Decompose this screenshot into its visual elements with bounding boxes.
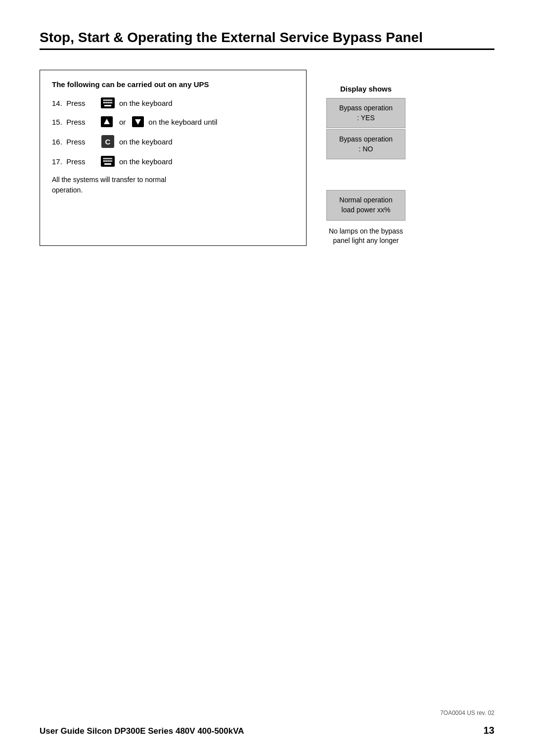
svg-rect-26 <box>111 160 112 162</box>
svg-rect-20 <box>109 158 111 159</box>
arrow-down-icon-15 <box>132 116 144 127</box>
normal-operation-badge: Normal operation load power xx% <box>326 190 405 220</box>
svg-rect-3 <box>107 99 109 101</box>
instructions-box: The following can be carried out on any … <box>40 70 307 246</box>
svg-rect-19 <box>107 158 109 159</box>
step-15-suffix: on the keyboard until <box>148 118 217 126</box>
svg-rect-5 <box>111 99 112 101</box>
normal-text: All the systems will transfer to normal … <box>52 175 294 195</box>
svg-rect-18 <box>105 158 107 159</box>
no-lamps-note: No lamps on the bypass panel light any l… <box>326 227 405 246</box>
step-14-row: 14. Press <box>52 97 294 108</box>
step-16-row: 16. Press C on the keyboard <box>52 135 294 148</box>
svg-rect-27 <box>104 163 111 165</box>
svg-rect-25 <box>109 160 111 162</box>
step-17-num: 17. Press <box>52 157 96 166</box>
step-15-or: or <box>119 118 126 126</box>
step-15-row: 15. Press or o <box>52 116 294 127</box>
footer-title: User Guide Silcon DP300E Series 480V 400… <box>40 726 244 736</box>
svg-rect-11 <box>104 105 111 106</box>
step-16-suffix: on the keyboard <box>119 138 173 146</box>
step-17-suffix: on the keyboard <box>119 157 173 166</box>
arrow-up-icon-15 <box>101 116 113 127</box>
footer: User Guide Silcon DP300E Series 480V 400… <box>0 725 534 736</box>
svg-rect-9 <box>109 102 111 103</box>
keyboard-icon-17 <box>101 156 115 167</box>
doc-ref: 7OA0004 US rev. 02 <box>440 709 494 716</box>
svg-rect-4 <box>109 99 111 101</box>
svg-rect-10 <box>111 102 112 103</box>
svg-rect-17 <box>103 158 105 159</box>
c-icon-16: C <box>101 135 114 148</box>
display-column: Display shows Bypass operation : YES Byp… <box>326 70 405 246</box>
footer-page: 13 <box>484 725 494 736</box>
svg-rect-6 <box>103 102 105 103</box>
svg-rect-8 <box>107 102 109 103</box>
svg-rect-1 <box>103 99 105 101</box>
svg-rect-22 <box>103 160 105 162</box>
svg-rect-21 <box>111 158 112 159</box>
step-14-num: 14. Press <box>52 99 96 107</box>
page-title: Stop, Start & Operating the External Ser… <box>40 30 494 50</box>
svg-rect-2 <box>105 99 107 101</box>
step-15-num: 15. Press <box>52 118 96 126</box>
bypass-no-badge: Bypass operation : NO <box>326 129 405 159</box>
page-container: Stop, Start & Operating the External Ser… <box>0 0 534 756</box>
svg-rect-7 <box>105 102 107 103</box>
step-17-row: 17. Press <box>52 156 294 167</box>
bypass-yes-badge: Bypass operation : YES <box>326 98 405 128</box>
content-section: The following can be carried out on any … <box>40 70 494 246</box>
keyboard-icon-14 <box>101 97 115 108</box>
svg-rect-23 <box>105 160 107 162</box>
instructions-header: The following can be carried out on any … <box>52 80 294 89</box>
svg-rect-24 <box>107 160 109 162</box>
display-shows-label: Display shows <box>326 85 405 93</box>
step-16-num: 16. Press <box>52 138 96 146</box>
step-14-suffix: on the keyboard <box>119 99 173 107</box>
